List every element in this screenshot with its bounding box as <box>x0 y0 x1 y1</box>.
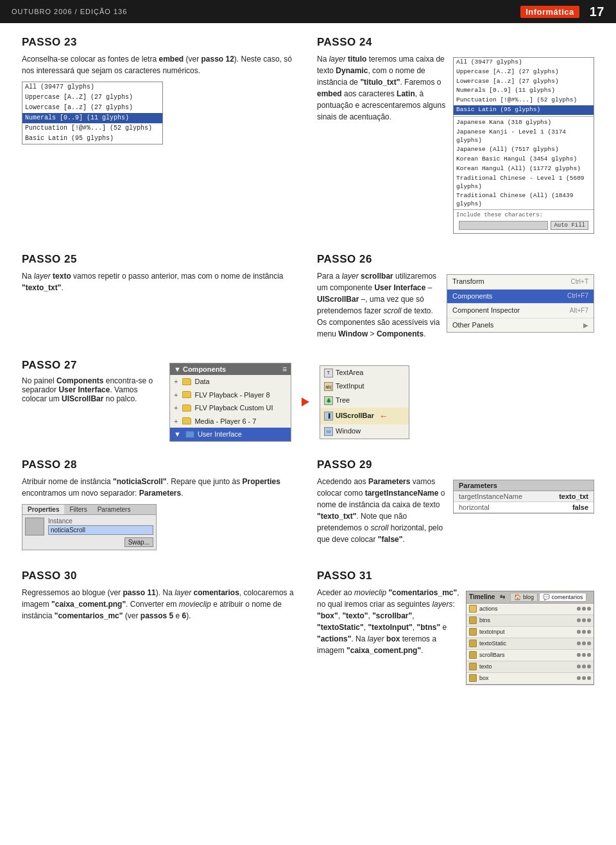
passo-23-title: PASSO 23 <box>22 36 299 49</box>
instance-field[interactable]: noticiaScroll <box>48 525 153 535</box>
menu-panel: Transform Ctrl+T Components Ctrl+F7 Comp… <box>447 274 594 333</box>
fl-chars-label: Include these characters: <box>456 212 591 218</box>
comp-right-label: TextArea <box>336 367 363 379</box>
param-val: texto_txt <box>559 492 588 500</box>
components-panel-icon: ≡ <box>282 365 287 374</box>
menu-shortcut: ▶ <box>583 320 588 331</box>
fl-item: Punctuation [!@#%...] (52 glyphs) <box>454 96 594 105</box>
tl-dot <box>587 676 591 680</box>
timeline-layers: actions btns <box>466 604 594 684</box>
header-right: Informática 17 <box>520 4 604 19</box>
layer-icon <box>469 640 477 647</box>
menu-label: Component Inspector <box>452 305 520 317</box>
tl-dot <box>577 665 581 668</box>
row-passo-30-31: PASSO 30 Regressemos ao blogue (ver pass… <box>13 563 603 698</box>
comp-label: FLV Playback - Player 8 <box>194 390 270 401</box>
fl-autofill-btn[interactable]: Auto Fill <box>551 221 588 230</box>
fl-chars: Include these characters: Auto Fill <box>454 209 594 233</box>
passo-30-title: PASSO 30 <box>22 570 299 582</box>
fl-item-selected: Basic Latin (95 glyphs) <box>454 105 594 115</box>
tl-dot <box>577 653 581 657</box>
tab-blog[interactable]: 🏠 blog <box>510 593 538 602</box>
row-passo-23-24: PASSO 23 Aconselha-se colocar as fontes … <box>13 30 603 247</box>
layer-name: textoInput <box>479 629 505 635</box>
comp-right-textarea: T TextArea <box>320 366 409 380</box>
comp-label: Media - Player 6 - 7 <box>194 416 256 427</box>
tl-layer-texto: texto <box>466 661 594 673</box>
layer-icon <box>469 616 477 624</box>
props-fields: Instance noticiaScroll <box>48 518 153 535</box>
comp-label: FLV Playback Custom UI <box>194 403 273 414</box>
fl-item: Traditional Chinese (All) (18439 glyphs) <box>454 191 594 209</box>
menu-item-components[interactable]: Components Ctrl+F7 <box>447 290 594 304</box>
font-item: Punctuation [!@#%...] (52 glyphs) <box>22 123 162 134</box>
comp-right-panel: T TextArea ab| TextInput 🌲 Tree ▐ UIScro… <box>320 365 409 439</box>
tl-dot <box>587 607 591 611</box>
tab-parameters[interactable]: Parameters <box>92 505 136 514</box>
layer-icon <box>469 651 477 659</box>
comp-icon: ▭ <box>324 427 333 436</box>
tl-dot <box>587 653 591 657</box>
comp-item-media[interactable]: + Media - Player 6 - 7 <box>170 415 291 428</box>
passo-30-text: Regressemos ao blogue (ver passo 11). Na… <box>22 587 299 622</box>
swap-button[interactable]: Swap... <box>124 537 153 547</box>
menu-item-transform[interactable]: Transform Ctrl+T <box>447 275 594 290</box>
tl-dot <box>577 630 581 634</box>
layer-name: box <box>479 675 489 681</box>
passo-31-text-col: Aceder ao movieclip "comentarios_mc", no… <box>317 587 459 660</box>
comp-icon: ▐ <box>324 412 333 421</box>
plus-icon: + <box>174 416 178 427</box>
fl-autofill-row: Auto Fill <box>456 220 591 231</box>
tl-dot <box>582 653 586 657</box>
passo-27-title: PASSO 27 <box>22 359 163 372</box>
layer-controls <box>577 665 591 668</box>
tab-properties[interactable]: Properties <box>22 505 64 514</box>
menu-shortcut: Alt+F7 <box>570 306 588 316</box>
fl-item: Japanese Kana (318 glyphs) <box>454 118 594 128</box>
comp-item-flv8[interactable]: + FLV Playback - Player 8 <box>170 388 291 402</box>
plus-icon: + <box>174 376 178 387</box>
instance-label: Instance <box>48 518 153 525</box>
tl-dot <box>582 618 586 622</box>
timeline-panel-container: Timeline ⇆ 🏠 blog 💬 comentarios actions <box>466 587 594 689</box>
passo-29-title: PASSO 29 <box>317 458 594 471</box>
fl-item: Japanese (All) (7517 glyphs) <box>454 145 594 155</box>
tl-dot <box>577 607 581 611</box>
menu-item-other[interactable]: Other Panels ▶ <box>447 318 594 333</box>
passo-24-title: PASSO 24 <box>317 36 594 49</box>
layer-controls <box>577 676 591 680</box>
passo-26-title: PASSO 26 <box>317 253 594 266</box>
props-img <box>25 518 44 536</box>
menu-panel-26: Transform Ctrl+T Components Ctrl+F7 Comp… <box>447 270 594 336</box>
fl-item: All (39477 glyphs) <box>454 58 594 67</box>
passo-26: PASSO 26 Para a layer scrollbar utilizar… <box>308 247 603 353</box>
tl-dot <box>582 607 586 611</box>
comp-item-data[interactable]: + Data <box>170 375 291 388</box>
passo-25-title: PASSO 25 <box>22 253 299 266</box>
param-row-target: targetInstanceName texto_txt <box>454 491 594 502</box>
font-item: Lowercase [a..z] (27 glyphs) <box>22 103 162 113</box>
timeline-header: Timeline ⇆ 🏠 blog 💬 comentarios <box>466 591 594 604</box>
comp-right-textinput: ab| TextInput <box>320 379 409 394</box>
props-swap-row: Swap... <box>25 537 153 547</box>
layer-icon <box>469 605 477 613</box>
menu-item-inspector[interactable]: Component Inspector Alt+F7 <box>447 304 594 318</box>
red-arrow-icon: ← <box>379 409 388 423</box>
row-passo-25-26: PASSO 25 Na layer texto vamos repetir o … <box>13 247 603 353</box>
tab-comentarios[interactable]: 💬 comentarios <box>539 593 587 602</box>
comp-label: Data <box>194 376 209 387</box>
font-item: Basic Latin (95 glyphs) <box>22 134 162 144</box>
fl-item: Uppercase [A..Z] (27 glyphs) <box>454 67 594 77</box>
comp-item-ui[interactable]: ▼ User Interface <box>170 428 291 441</box>
folder-icon <box>182 391 191 398</box>
comp-item-flvcustom[interactable]: + FLV Playback Custom UI <box>170 401 291 415</box>
components-panel-title: ▼ Components ≡ <box>170 363 291 375</box>
menu-label: Transform <box>452 276 484 288</box>
passo-28-text: Atribuir nome de instância "noticiaScrol… <box>22 476 299 499</box>
comp-icon: T <box>324 369 333 378</box>
props-body: Instance noticiaScroll Swap... <box>22 515 156 550</box>
tab-filters[interactable]: Filters <box>64 505 92 514</box>
font-item: Uppercase [A..Z] (27 glyphs) <box>22 92 162 103</box>
parameters-panel: Parameters targetInstanceName texto_txt … <box>453 480 594 514</box>
tl-dot <box>587 641 591 645</box>
